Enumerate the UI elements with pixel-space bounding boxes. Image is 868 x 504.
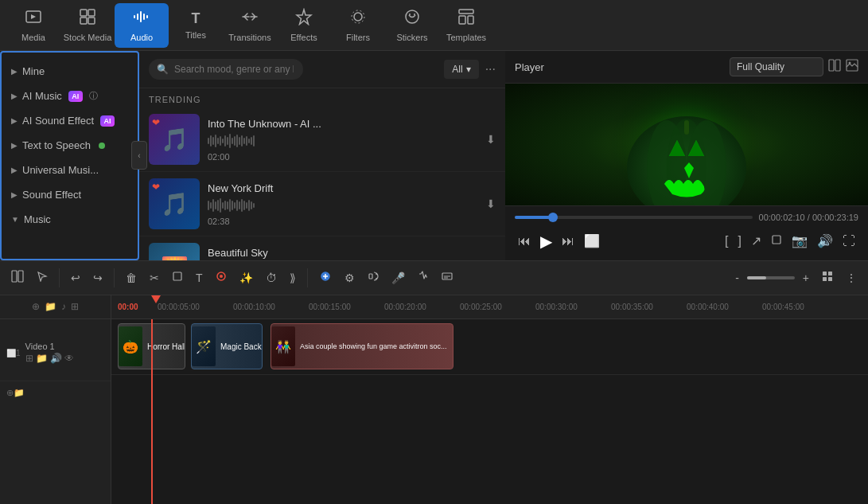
track1-download-icon[interactable]: ⬇ — [486, 133, 496, 146]
toolbar-stickers[interactable]: Stickers — [385, 3, 439, 48]
crop-edit-button[interactable] — [167, 268, 188, 287]
main-toolbar: Media Stock Media Audio T Titles Transit… — [0, 0, 868, 51]
toolbar-transitions[interactable]: Transitions — [223, 3, 277, 48]
track-eye-icon[interactable]: 👁 — [64, 353, 74, 364]
svg-rect-1 — [80, 10, 87, 16]
loop-button[interactable]: ⬜ — [581, 230, 603, 252]
fullscreen-button[interactable]: ⛶ — [839, 231, 858, 252]
toolbar-stock-media[interactable]: Stock Media — [60, 3, 115, 48]
clip-asia[interactable]: 👫 Asia couple showing fun game activitro… — [271, 323, 453, 369]
snapshot-button[interactable]: 📷 — [788, 230, 811, 252]
forward-button[interactable]: ⏭ — [559, 231, 578, 252]
layout-toggle-button[interactable] — [817, 268, 838, 287]
text-button[interactable]: T — [191, 268, 208, 287]
track2-download-icon[interactable]: ⬇ — [486, 197, 496, 210]
asia-clip-label: Asia couple showing fun game activitron … — [295, 342, 452, 350]
audio-item-track3[interactable]: 🌅 Beautiful Sky — [139, 236, 505, 260]
main-body: ▶ Mine ▶ AI Music AI ⓘ ▶ AI Sound Effect… — [0, 51, 868, 260]
track-folder-icon[interactable]: 📁 — [36, 353, 48, 364]
sidebar-item-text-to-speech[interactable]: ▶ Text to Speech — [2, 133, 138, 158]
split-tracks-button[interactable] — [6, 267, 29, 288]
ai-music-info-icon: ⓘ — [89, 90, 98, 102]
zoom-out-button[interactable]: - — [730, 268, 744, 287]
collapse-sidebar-button[interactable]: ‹ — [131, 141, 147, 170]
bracket-left-button[interactable]: [ — [722, 231, 731, 252]
audio-item-track2[interactable]: 🎵 ❤ New York Drift — [139, 172, 505, 236]
sidebar-item-mine[interactable]: ▶ Mine — [2, 59, 138, 84]
zoom-slider[interactable] — [747, 276, 795, 279]
track2-info: New York Drift — [208, 182, 478, 226]
stock-media-icon — [79, 8, 96, 29]
track-settings-icon[interactable]: ⊞ — [25, 353, 33, 364]
ai-tools-button[interactable]: ⟫ — [285, 268, 301, 287]
speed-button[interactable]: ⏱ — [261, 268, 282, 287]
toolbar-templates[interactable]: Templates — [439, 3, 493, 48]
add-track-button[interactable]: ⊕ — [32, 301, 40, 312]
audio-track-button[interactable]: ♪ — [61, 301, 66, 312]
progress-thumb[interactable] — [548, 213, 558, 222]
toolbar-titles[interactable]: T Titles — [169, 3, 223, 48]
color-button[interactable] — [211, 268, 232, 287]
bracket-right-button[interactable]: ] — [735, 231, 745, 252]
sidebar-item-music[interactable]: ▼ Music — [2, 207, 138, 232]
tick-9: 00:00:45:00 — [759, 303, 835, 311]
svg-rect-43 — [828, 277, 832, 281]
tts-green-dot — [99, 143, 105, 149]
tick-4: 00:00:20:00 — [381, 303, 457, 311]
progress-bar[interactable] — [515, 216, 753, 219]
clip-magic[interactable]: 🪄 Magic Back... — [191, 323, 263, 369]
voiceover-button[interactable]: 🎤 — [387, 268, 410, 287]
delete-button[interactable]: 🗑 — [121, 268, 142, 287]
effects-edit-button[interactable]: ✨ — [235, 268, 258, 287]
toolbar-effects[interactable]: Effects — [277, 3, 331, 48]
time-ruler: 00:00 00:00:05:00 00:00:10:00 00:00:15:0… — [111, 295, 868, 318]
search-bar: 🔍 All ▾ ··· — [139, 51, 505, 88]
toolbar-media[interactable]: Media — [6, 3, 60, 48]
export-frame-button[interactable]: ↗ — [748, 230, 765, 252]
toolbar-filters[interactable]: Filters — [331, 3, 385, 48]
folder-button[interactable]: 📁 — [45, 301, 56, 312]
trending-label: TRENDING — [139, 88, 505, 107]
audio-search-input[interactable] — [149, 59, 303, 80]
scissors-button[interactable]: ✂ — [145, 268, 164, 287]
time-ticks: 00:00 00:00:05:00 00:00:10:00 00:00:15:0… — [111, 303, 835, 311]
stickers-icon — [403, 8, 421, 29]
sidebar-item-ai-music[interactable]: ▶ AI Music AI ⓘ — [2, 84, 138, 108]
quality-select[interactable]: Full Quality High Quality Medium Quality — [730, 57, 823, 76]
audio-item-track1[interactable]: 🎵 ❤ Into The Unknown - AI ... — [139, 107, 505, 172]
split-view-button[interactable] — [828, 59, 841, 75]
play-button[interactable]: ▶ — [537, 229, 555, 254]
ai-enhance-button[interactable] — [314, 267, 337, 288]
toolbar-divider-2 — [114, 268, 115, 287]
add-new-track-button[interactable]: ⊕ — [6, 388, 14, 398]
track2-title: New York Drift — [208, 182, 478, 194]
cursor-button[interactable] — [32, 268, 53, 287]
crop-button[interactable] — [768, 231, 785, 252]
filter-all-button[interactable]: All ▾ — [444, 60, 478, 79]
sidebar-item-sound-effect[interactable]: ▶ Sound Effect — [2, 182, 138, 207]
zoom-in-button[interactable]: + — [798, 268, 814, 287]
more-timeline-button[interactable]: ⋮ — [841, 268, 862, 287]
sidebar-music-label: Music — [24, 213, 51, 225]
zoom-fill — [747, 276, 766, 279]
undo-button[interactable]: ↩ — [66, 268, 85, 287]
track-labels: ⬜1 Video 1 ⊞ 📁 🔊 👁 ⊕ 📁 — [0, 319, 111, 505]
subtitle-button[interactable] — [437, 268, 457, 287]
record-button[interactable] — [413, 268, 434, 287]
track-volume-icon[interactable]: 🔊 — [50, 353, 62, 364]
image-view-button[interactable] — [846, 59, 858, 75]
ai-music-badge: AI — [68, 91, 83, 102]
redo-button[interactable]: ↪ — [88, 268, 107, 287]
rewind-button[interactable]: ⏮ — [515, 231, 534, 252]
add-folder-button[interactable]: 📁 — [14, 388, 25, 398]
settings-button[interactable]: ⚙ — [340, 268, 360, 287]
more-options-button[interactable]: ··· — [485, 62, 496, 76]
volume-button[interactable]: 🔊 — [814, 230, 836, 252]
sidebar-item-universal-music[interactable]: ▶ Universal Musi... — [2, 158, 138, 182]
audio-button[interactable] — [363, 268, 383, 287]
filter-chevron-icon: ▾ — [466, 64, 471, 75]
toolbar-audio[interactable]: Audio — [115, 3, 169, 48]
split-view-icon-button[interactable]: ⊞ — [71, 301, 79, 312]
sidebar-item-ai-sound-effect[interactable]: ▶ AI Sound Effect AI — [2, 108, 138, 133]
effects-label: Effects — [290, 33, 317, 42]
